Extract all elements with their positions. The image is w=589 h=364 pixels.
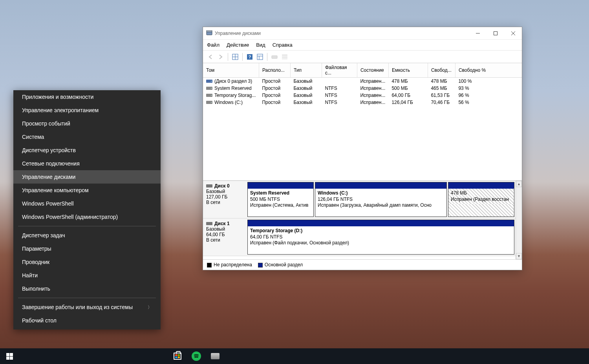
- scroll-up-button[interactable]: ▲: [516, 181, 522, 187]
- window-title: Управление дисками: [215, 31, 261, 36]
- start-button[interactable]: [0, 348, 19, 364]
- partition-box[interactable]: Windows (C:)126,04 ГБ NTFSИсправен (Загр…: [315, 182, 447, 217]
- menu-help[interactable]: Справка: [273, 42, 293, 48]
- partition-box[interactable]: Temporary Storage (D:)64,00 ГБ NTFSИспра…: [247, 220, 514, 255]
- partition-box[interactable]: 478 МБИсправен (Раздел восстан: [448, 182, 514, 217]
- winx-diskmgmt[interactable]: Управление дисками: [13, 170, 161, 184]
- legend-unallocated: Не распределена: [214, 262, 252, 268]
- volume-list-blank[interactable]: [203, 106, 522, 180]
- maximize-button[interactable]: [487, 27, 504, 39]
- menu-file[interactable]: Файл: [207, 42, 220, 48]
- winx-psadm[interactable]: Windows PowerShell (администратор): [13, 210, 161, 224]
- volume-list[interactable]: Том Располо... Тип Файловая с... Состоян…: [203, 63, 522, 106]
- taskbar-diskmgmt[interactable]: [206, 348, 225, 364]
- svg-rect-11: [257, 54, 263, 60]
- minimize-button[interactable]: [469, 27, 487, 39]
- winx-taskmgr[interactable]: Диспетчер задач: [13, 229, 161, 242]
- svg-rect-17: [282, 58, 287, 59]
- disk-info[interactable]: Диск 0Базовый127,00 ГБВ сети: [203, 181, 246, 218]
- col-free[interactable]: Свобод...: [428, 63, 455, 78]
- vertical-scrollbar[interactable]: ▲ ▼: [516, 181, 522, 259]
- svg-rect-15: [282, 55, 287, 56]
- volume-row[interactable]: (Диск 0 раздел 3)ПростойБазовыйИсправен.…: [203, 78, 522, 85]
- taskbar[interactable]: [0, 348, 589, 364]
- partition-box[interactable]: System Reserved500 МБ NTFSИсправен (Сист…: [247, 182, 314, 217]
- toolbar-layout-icon[interactable]: [256, 53, 264, 61]
- winx-events[interactable]: Просмотр событий: [13, 117, 161, 130]
- winx-system[interactable]: Система: [13, 130, 161, 144]
- close-button[interactable]: [504, 27, 522, 39]
- svg-point-23: [211, 95, 212, 96]
- svg-rect-27: [206, 222, 212, 225]
- col-volume[interactable]: Том: [203, 63, 259, 78]
- legend-primary: Основной раздел: [265, 262, 303, 268]
- col-free-pct[interactable]: Свободно %: [455, 63, 522, 78]
- menu-bar: Файл Действие Вид Справка: [203, 40, 522, 51]
- taskbar-store[interactable]: [168, 348, 187, 364]
- svg-rect-14: [272, 56, 277, 58]
- toolbar-grid-icon[interactable]: [231, 53, 240, 61]
- volume-row[interactable]: System ReservedПростойБазовыйNTFSИсправе…: [203, 85, 522, 92]
- winx-explorer[interactable]: Проводник: [13, 255, 161, 269]
- disk-management-window: Управление дисками Файл Действие Вид Спр…: [203, 27, 522, 270]
- legend: Не распределена Основной раздел: [203, 259, 522, 270]
- titlebar[interactable]: Управление дисками: [203, 27, 522, 40]
- winx-power[interactable]: Управление электропитанием: [13, 104, 161, 117]
- winx-devmgr[interactable]: Диспетчер устройств: [13, 144, 161, 157]
- winx-apps[interactable]: Приложения и возможности: [13, 90, 161, 104]
- back-button: [206, 53, 215, 61]
- winx-network[interactable]: Сетевые подключения: [13, 157, 161, 170]
- legend-unallocated-swatch: [207, 263, 212, 268]
- winx-search[interactable]: Найти: [13, 269, 161, 282]
- disk-graphical-view: Диск 0Базовый127,00 ГБВ сетиSystem Reser…: [203, 180, 522, 259]
- svg-point-21: [211, 88, 212, 89]
- volume-row[interactable]: Temporary Storag...ПростойБазовыйNTFSИсп…: [203, 92, 522, 99]
- store-icon: [174, 353, 181, 360]
- legend-primary-swatch: [258, 263, 263, 268]
- scroll-down-button[interactable]: ▼: [516, 253, 522, 259]
- disk-row: Диск 1Базовый64,00 ГБВ сетиTemporary Sto…: [203, 218, 516, 256]
- help-icon[interactable]: ?: [245, 53, 254, 61]
- chevron-right-icon: 〉: [148, 304, 152, 310]
- col-layout[interactable]: Располо...: [259, 63, 290, 78]
- svg-text:?: ?: [249, 55, 251, 59]
- forward-button: [216, 53, 225, 61]
- col-fs[interactable]: Файловая с...: [322, 63, 357, 78]
- spotify-icon: [192, 351, 201, 361]
- toolbar-list-icon: [280, 53, 289, 61]
- winx-ps[interactable]: Windows PowerShell: [13, 197, 161, 210]
- winx-settings[interactable]: Параметры: [13, 242, 161, 255]
- winx-compmgmt[interactable]: Управление компьютером: [13, 184, 161, 197]
- winx-separator: [18, 226, 156, 226]
- svg-rect-26: [206, 184, 212, 187]
- disk-row: Диск 0Базовый127,00 ГБВ сетиSystem Reser…: [203, 181, 516, 218]
- disk-info[interactable]: Диск 1Базовый64,00 ГБВ сети: [203, 218, 246, 256]
- app-icon: [206, 30, 212, 36]
- col-capacity[interactable]: Емкость: [388, 63, 428, 78]
- col-type[interactable]: Тип: [290, 63, 322, 78]
- menu-view[interactable]: Вид: [256, 42, 265, 48]
- disk-icon: [211, 353, 220, 359]
- toolbar: ?: [203, 51, 522, 63]
- svg-rect-0: [207, 32, 212, 35]
- taskbar-spotify[interactable]: [187, 348, 206, 364]
- windows-logo-icon: [6, 353, 13, 360]
- svg-rect-3: [494, 31, 497, 35]
- svg-rect-1: [207, 31, 212, 32]
- winx-shutdown[interactable]: Завершение работы или выход из системы〉: [13, 300, 161, 314]
- volume-row[interactable]: Windows (C:)ПростойБазовыйNTFSИсправен..…: [203, 99, 522, 106]
- col-status[interactable]: Состояние: [357, 63, 388, 78]
- column-headers[interactable]: Том Располо... Тип Файловая с... Состоян…: [203, 63, 522, 78]
- svg-point-25: [211, 102, 212, 103]
- winx-desktop[interactable]: Рабочий стол: [13, 314, 161, 327]
- winx-separator: [18, 298, 156, 298]
- winx-context-menu: Приложения и возможности Управление элек…: [13, 90, 161, 329]
- toolbar-drive-icon: [270, 53, 279, 61]
- svg-point-19: [211, 81, 212, 82]
- svg-rect-16: [282, 56, 287, 58]
- winx-run[interactable]: Выполнить: [13, 282, 161, 295]
- menu-action[interactable]: Действие: [227, 42, 249, 48]
